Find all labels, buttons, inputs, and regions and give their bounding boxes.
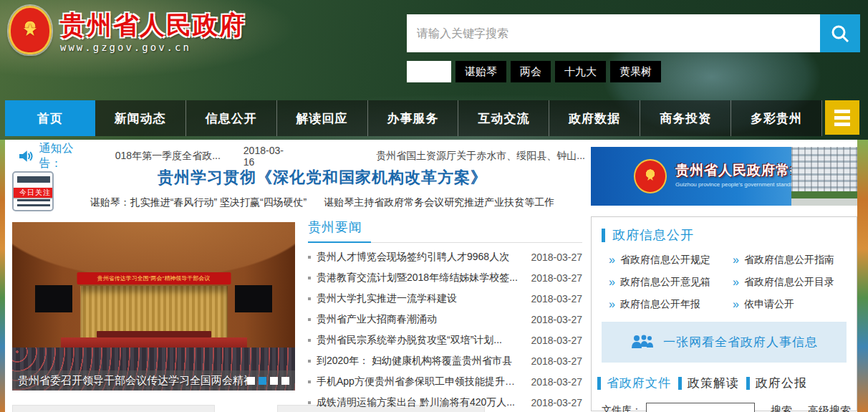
doc-search-button[interactable]: 搜索 <box>771 404 792 412</box>
double-arrow-icon: » <box>733 276 739 289</box>
carousel[interactable]: 贵州省传达学习全国“两会”精神领导干部会议 贵州省委召开领导干部会议传达学习全国… <box>12 222 295 391</box>
news-row: 贵州省民宗系统举办脱贫攻坚“双培”计划...2018-03-27 <box>308 330 582 350</box>
search-icon <box>829 23 851 44</box>
doc-tab[interactable]: 省政府文件 <box>597 375 671 391</box>
hot-word-chip[interactable]: 两会 <box>511 61 551 82</box>
nav-item[interactable]: 新闻动态 <box>95 100 186 136</box>
news-link[interactable]: 贵州人才博览会现场签约引聘人才9968人次 <box>317 251 524 264</box>
news-date: 2018-03-27 <box>531 335 582 346</box>
info-link[interactable]: »政府信息公开意见箱 <box>609 276 733 289</box>
nav-item[interactable]: 办事服务 <box>368 100 459 136</box>
news-row: 贵州人才博览会现场签约引聘人才9968人次2018-03-27 <box>308 246 582 267</box>
tab-bar-icon <box>597 377 601 390</box>
news-date: 2018-03-27 <box>531 272 582 284</box>
news-link[interactable]: 贵州省产业大招商春潮涌动 <box>317 313 524 326</box>
notice-item-title[interactable]: 贵州省国土资源厅关于赤水市、绥阳县、钟山... <box>376 150 585 163</box>
bullet-icon <box>308 401 311 404</box>
national-emblem-icon: ★ <box>9 6 52 54</box>
carousel-dot[interactable] <box>247 377 255 385</box>
news-date: 2018-03-27 <box>531 251 582 263</box>
double-arrow-icon: » <box>609 298 615 311</box>
section-placeholder <box>12 405 215 412</box>
info-link[interactable]: »依申请公开 <box>733 298 857 311</box>
news-list: 贵州人才博览会现场签约引聘人才9968人次2018-03-27贵港教育交流计划暨… <box>308 246 582 412</box>
doc-search-row: 文件库： 搜索 高级搜索 <box>602 403 857 412</box>
notice-item-title[interactable]: 018年第一季度全省政... <box>115 150 221 163</box>
menu-button[interactable] <box>825 100 859 135</box>
doc-library-label: 文件库： <box>602 404 642 412</box>
site-title: 贵州省人民政府 <box>60 10 246 40</box>
notice-item: 贵州省国土资源厅关于赤水市、绥阳县、钟山... <box>290 150 585 163</box>
site-logo[interactable]: ★ 贵州省人民政府 www.gzgov.gov.cn <box>9 6 246 54</box>
gov-info-links: »省政府信息公开规定»省政府信息公开指南»政府信息公开意见箱»省政府信息公开目录… <box>609 254 857 311</box>
info-link[interactable]: »省政府信息公开规定 <box>609 254 733 267</box>
news-date: 2018-03-27 <box>531 314 582 325</box>
carousel-dot[interactable] <box>281 377 289 385</box>
news-row: 成铁清明运输方案出台 黔川渝将有420万人...2018-03-27 <box>308 392 582 412</box>
nav-item[interactable]: 信息公开 <box>186 100 277 136</box>
doc-tab-label: 省政府文件 <box>607 375 671 391</box>
double-arrow-icon: » <box>609 254 615 267</box>
search-button[interactable] <box>820 14 860 52</box>
nav-item[interactable]: 首页 <box>5 100 95 136</box>
standing-conference-banner[interactable]: ★ 贵州省人民政府常务会议 Guizhou province people's … <box>591 147 857 206</box>
carousel-dot[interactable] <box>259 377 266 385</box>
info-link-label: 省政府信息公开指南 <box>744 254 834 267</box>
carousel-dot[interactable] <box>270 377 278 385</box>
bullet-icon <box>308 339 311 342</box>
sub-headlines: 谌贻琴：扎实推进“春风行动” 坚决打赢“四场硬仗”谌贻琴主持省政府常务会议研究推… <box>62 196 582 209</box>
headline-link[interactable]: 贵州学习贯彻《深化党和国家机构改革方案》 <box>62 167 582 188</box>
doc-tab[interactable]: 政策解读 <box>678 375 739 391</box>
news-date: 2018-03-27 <box>531 355 582 367</box>
doc-advanced-search-button[interactable]: 高级搜索 <box>808 404 851 412</box>
hot-words-bar: 谌贻琴两会十九大黄果树 <box>407 61 665 82</box>
doc-search-input[interactable] <box>646 403 755 412</box>
doc-tab-label: 政策解读 <box>688 375 739 391</box>
search-input[interactable] <box>407 14 820 52</box>
nav-item[interactable]: 多彩贵州 <box>731 100 822 136</box>
info-link-label: 政府信息公开意见箱 <box>620 276 710 289</box>
main-content: 通知公告： 018年第一季度全省政...2018-03-16贵州省国土资源厅关于… <box>5 140 857 412</box>
hot-word-chip[interactable]: 黄果树 <box>610 61 661 82</box>
notice-item: 018年第一季度全省政...2018-03-16 <box>95 145 291 168</box>
nav-item[interactable]: 解读回应 <box>277 100 368 136</box>
hot-word-chip[interactable]: 谌贻琴 <box>455 61 506 82</box>
speaker-icon <box>19 150 34 163</box>
news-link[interactable]: 手机App方便贵州省参保职工申领技能提升补贴 <box>317 375 524 388</box>
hot-word-chip[interactable]: 十九大 <box>555 61 606 82</box>
news-link[interactable]: 贵州省民宗系统举办脱贫攻坚“双培”计划... <box>317 334 524 347</box>
news-link[interactable]: 贵港教育交流计划暨2018年缔结姊妹学校签... <box>317 272 524 284</box>
info-link[interactable]: »政府信息公开年报 <box>609 298 733 311</box>
double-arrow-icon: » <box>609 276 615 289</box>
carousel-photo: 贵州省传达学习全国“两会”精神领导干部会议 <box>12 222 295 391</box>
photo-banner-text: 贵州省传达学习全国“两会”精神领导干部会议 <box>77 272 231 284</box>
news-row: 贵州省产业大招商春潮涌动2018-03-27 <box>308 309 582 330</box>
carousel-caption[interactable]: 贵州省委召开领导干部会议传达学习全国两会精神 <box>18 374 247 388</box>
news-row: 手机App方便贵州省参保职工申领技能提升补贴2018-03-27 <box>308 371 582 392</box>
hot-words-lead <box>407 61 451 82</box>
info-link-label: 省政府信息公开规定 <box>620 254 710 267</box>
bullet-icon <box>308 256 311 259</box>
nav-item[interactable]: 政府数据 <box>549 100 640 136</box>
hamburger-icon <box>834 110 850 113</box>
national-emblem-icon: ★ <box>634 159 667 193</box>
bullet-icon <box>308 277 311 279</box>
today-focus-icon[interactable]: 今日关注 <box>12 171 54 211</box>
info-link[interactable]: »省政府信息公开指南 <box>733 254 857 267</box>
nav-item[interactable]: 商务投资 <box>640 100 731 136</box>
info-link-label: 省政府信息公开目录 <box>744 276 834 289</box>
news-link[interactable]: 贵州大学扎实推进一流学科建设 <box>317 292 524 305</box>
nav-item[interactable]: 互动交流 <box>458 100 549 136</box>
bullet-icon <box>308 297 311 300</box>
news-link[interactable]: 到2020年： 妇幼健康机构将覆盖贵州省市县 <box>317 355 524 368</box>
tab-guizhou-news[interactable]: 贵州要闻 <box>308 220 362 234</box>
personnel-info-banner[interactable]: 一张网看全省政府人事信息 <box>602 322 847 363</box>
gov-info-box: 政府信息公开 »省政府信息公开规定»省政府信息公开指南»政府信息公开意见箱»省政… <box>591 216 857 411</box>
sub-headline-link[interactable]: 谌贻琴主持省政府常务会议研究推进产业扶贫等工作 <box>324 196 554 208</box>
info-link[interactable]: »省政府信息公开目录 <box>733 276 857 289</box>
tab-bar-icon <box>678 377 682 390</box>
bullet-icon <box>308 360 311 363</box>
sub-headline-link[interactable]: 谌贻琴：扎实推进“春风行动” 坚决打赢“四场硬仗” <box>90 196 307 208</box>
news-link[interactable]: 成铁清明运输方案出台 黔川渝将有420万人... <box>317 396 524 409</box>
doc-tab[interactable]: 政府公报 <box>746 375 807 391</box>
